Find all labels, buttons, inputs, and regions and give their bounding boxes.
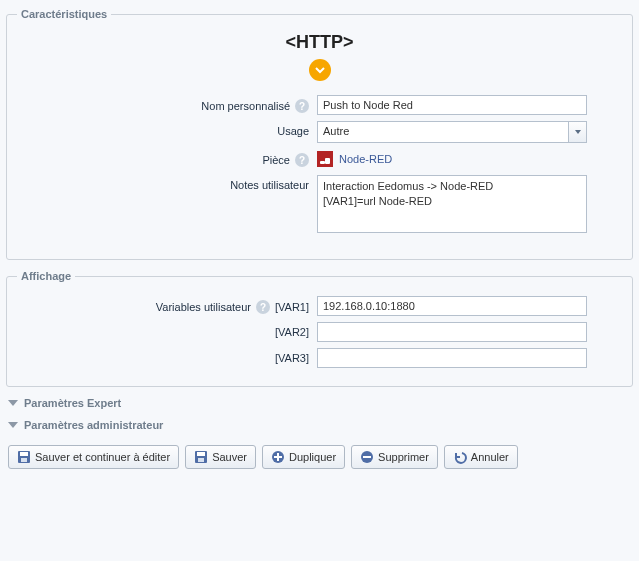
var1-input[interactable] [317, 296, 587, 316]
characteristics-section: Caractéristiques <HTTP> Nom personnalisé… [6, 8, 633, 260]
svg-rect-4 [197, 452, 205, 456]
admin-params-label: Paramètres administrateur [24, 419, 163, 431]
cancel-button[interactable]: Annuler [444, 445, 518, 469]
var1-label: [VAR1] [275, 301, 309, 313]
vars-label: Variables utilisateur [156, 301, 251, 313]
minus-icon [360, 450, 374, 464]
piece-label: Pièce [262, 154, 290, 166]
expert-params-toggle[interactable]: Paramètres Expert [8, 397, 631, 409]
svg-rect-8 [274, 456, 282, 458]
plus-icon [271, 450, 285, 464]
custom-name-input[interactable] [317, 95, 587, 115]
var3-label: [VAR3] [275, 352, 309, 364]
duplicate-button[interactable]: Dupliquer [262, 445, 345, 469]
user-notes-textarea[interactable]: Interaction Eedomus -> Node-RED [VAR1]=u… [317, 175, 587, 233]
chevron-down-icon [8, 422, 18, 428]
admin-params-toggle[interactable]: Paramètres administrateur [8, 419, 631, 431]
characteristics-legend: Caractéristiques [17, 8, 111, 20]
svg-rect-1 [20, 452, 28, 456]
svg-rect-5 [198, 458, 204, 462]
save-continue-button[interactable]: Sauver et continuer à éditer [8, 445, 179, 469]
display-section: Affichage Variables utilisateur ? [VAR1]… [6, 270, 633, 387]
display-legend: Affichage [17, 270, 75, 282]
save-icon [194, 450, 208, 464]
node-red-icon [317, 151, 333, 167]
var2-input[interactable] [317, 322, 587, 342]
help-icon[interactable]: ? [295, 99, 309, 113]
room-name: Node-RED [339, 153, 392, 165]
notes-label: Notes utilisateur [230, 179, 309, 191]
device-title: <HTTP> [17, 32, 622, 53]
save-button[interactable]: Sauver [185, 445, 256, 469]
device-header: <HTTP> [17, 32, 622, 81]
expand-device-icon[interactable] [309, 59, 331, 81]
var3-input[interactable] [317, 348, 587, 368]
action-toolbar: Sauver et continuer à éditer Sauver Dupl… [4, 437, 635, 479]
chevron-down-icon [8, 400, 18, 406]
name-label: Nom personnalisé [201, 100, 290, 112]
room-link[interactable]: Node-RED [317, 149, 392, 167]
expert-params-label: Paramètres Expert [24, 397, 121, 409]
usage-select[interactable]: Autre [317, 121, 587, 143]
var2-label: [VAR2] [275, 326, 309, 338]
save-icon [17, 450, 31, 464]
help-icon[interactable]: ? [256, 300, 270, 314]
undo-icon [453, 450, 467, 464]
delete-button[interactable]: Supprimer [351, 445, 438, 469]
help-icon[interactable]: ? [295, 153, 309, 167]
svg-rect-2 [21, 458, 27, 462]
chevron-down-icon[interactable] [568, 122, 586, 142]
usage-label: Usage [277, 125, 309, 137]
usage-value: Autre [318, 122, 568, 142]
svg-rect-10 [363, 456, 371, 458]
